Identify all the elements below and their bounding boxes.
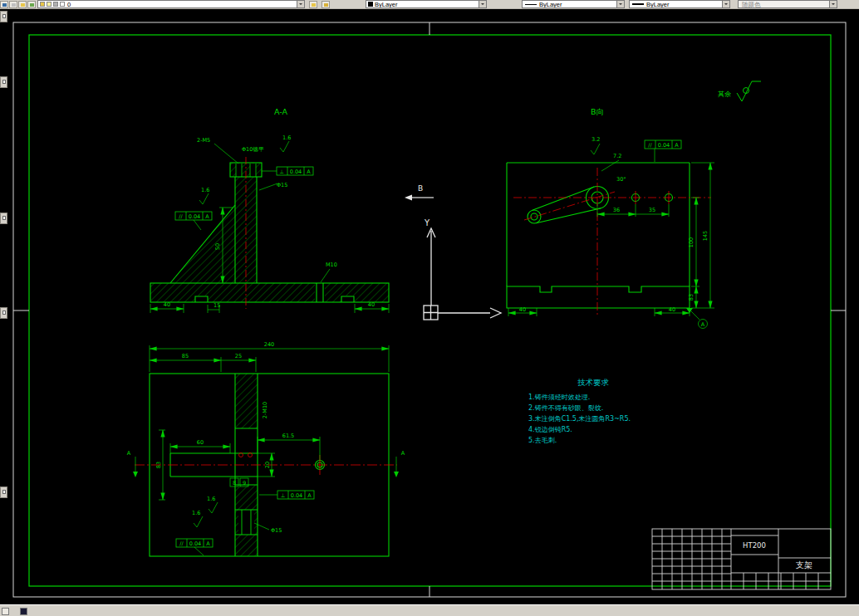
tolerance-value: 0.04 — [291, 492, 302, 499]
b-centerlines — [513, 168, 711, 315]
chevron-down-icon[interactable] — [829, 1, 837, 7]
lineweight-value: ByLayer — [646, 1, 670, 8]
tech-item-4: 4.锐边倒钝R5. — [528, 426, 572, 433]
layer-freeze-icon — [47, 2, 52, 7]
view-b-arrow — [405, 195, 434, 201]
label-m10: M10 — [326, 262, 337, 268]
label-counterbore: Φ10锪平 — [242, 146, 264, 153]
tolerance-value: 0.04 — [658, 142, 670, 149]
dim-85: 85 — [182, 353, 189, 359]
ucs-icon — [424, 228, 501, 320]
aa-geometry — [150, 163, 389, 302]
linetype-dropdown[interactable]: ByLayer — [522, 0, 625, 8]
linetype-sample — [525, 4, 537, 5]
dim-20: 20 — [264, 462, 271, 468]
tolerance-symbol: ⊥ — [281, 492, 286, 499]
layer-lock-icon — [53, 2, 58, 7]
label-2m10: 2-M10 — [262, 402, 268, 418]
docked-toolbar-fragment[interactable] — [0, 76, 7, 88]
datum-a-label: A — [701, 321, 705, 328]
color-dropdown[interactable]: ByLayer — [366, 0, 487, 8]
top-toolbar: 0 ByLayer ByLayer ByLayer 随颜色 — [0, 0, 859, 9]
dim-61-5: 61.5 — [282, 433, 294, 439]
plan-view: ⊥ 0.04 A // 0.04 A 240 85 25 60 61.5 20 … — [127, 341, 405, 556]
section-arrow-label-right: A — [401, 450, 405, 457]
tolerance-datum: A — [205, 213, 209, 220]
boxed-dim-9: 9 — [243, 480, 246, 486]
tolerance-datum: A — [206, 540, 210, 547]
section-view-aa: ⊥ 0.04 A // 0.04 A A-A 40 40 15 50 2-M5 … — [150, 107, 389, 313]
layer-color-chip — [60, 2, 65, 7]
lineweight-dropdown[interactable]: ByLayer — [629, 0, 730, 8]
dim-83: 83 — [155, 462, 162, 468]
drawing-svg: ⊥ 0.04 A // 0.04 A A-A 40 40 15 50 2-M5 … — [0, 9, 859, 604]
label-phi15: Φ15 — [277, 182, 287, 188]
toolbar-icon-layer-previous[interactable] — [322, 1, 330, 8]
tolerance-datum: A — [307, 492, 312, 499]
surface-finish-value: 1.6 — [282, 134, 291, 141]
tech-item-2: 2.铸件不得有砂眼、裂纹. — [528, 404, 603, 412]
dim-40-right: 40 — [368, 301, 375, 308]
tech-item-5: 5.去毛刺. — [528, 437, 557, 444]
chevron-down-icon[interactable] — [297, 1, 304, 7]
layer-dropdown[interactable]: 0 — [37, 0, 305, 8]
toolbar-icon-layer-states[interactable] — [18, 1, 27, 8]
dim-83: 83 — [688, 294, 695, 301]
plan-dimensions — [133, 345, 399, 555]
view-arrow-b-label: B — [418, 184, 423, 193]
drawing-canvas[interactable]: ⊥ 0.04 A // 0.04 A A-A 40 40 15 50 2-M5 … — [0, 9, 859, 604]
chevron-down-icon[interactable] — [616, 1, 624, 7]
dim-50: 50 — [214, 243, 221, 250]
dim-36: 36 — [613, 207, 620, 213]
section-arrow-label-left: A — [127, 450, 131, 457]
toolbar-icon-layer-tools[interactable] — [27, 1, 36, 8]
dim-40-left: 40 — [519, 306, 526, 313]
tolerance-datum: A — [307, 169, 311, 175]
view-label-b: B向 — [591, 107, 604, 116]
finish-note-label: 其余 — [718, 90, 731, 98]
tolerance-symbol: ⊥ — [279, 169, 284, 175]
view-b: // 0.04 A B向 7.2 3.2 30° 36 35 100 83 14… — [507, 107, 714, 329]
color-swatch — [368, 2, 373, 7]
b-geometry — [507, 163, 690, 308]
statusbar-icon-dark[interactable] — [20, 608, 27, 615]
title-block — [652, 529, 831, 589]
tolerance-symbol: // — [179, 540, 184, 547]
dim-35: 35 — [649, 207, 655, 213]
dim-15: 15 — [214, 302, 220, 309]
dim-145: 145 — [702, 231, 709, 241]
docked-toolbar-fragment[interactable] — [0, 11, 7, 22]
tech-title: 技术要求 — [577, 378, 610, 387]
plot-style-dropdown[interactable]: 随颜色 — [738, 0, 837, 8]
toolbar-icon-layers[interactable] — [0, 1, 8, 8]
statusbar-icon[interactable] — [2, 608, 9, 615]
tolerance-value: 0.04 — [290, 169, 302, 175]
dim-7-2: 7.2 — [613, 153, 621, 159]
part-name-label: 支架 — [796, 560, 812, 570]
surface-finish-symbol-icon — [737, 81, 761, 101]
surface-finish-value: 1.6 — [207, 496, 215, 502]
tech-item-3: 3.未注倒角C1.5,未注圆角R3~R5. — [528, 415, 631, 423]
surface-finish-note: 其余 — [718, 81, 761, 101]
dim-30deg: 30° — [616, 176, 626, 183]
dim-40-right: 40 — [669, 306, 675, 313]
layer-on-icon — [40, 2, 45, 7]
toolbar-icon-make-layer-current[interactable] — [309, 1, 317, 8]
tolerance-symbol: // — [648, 142, 652, 149]
chevron-down-icon[interactable] — [479, 1, 486, 7]
docked-toolbar-fragment[interactable] — [0, 307, 7, 319]
docked-toolbar-fragment[interactable] — [0, 486, 7, 498]
chevron-down-icon[interactable] — [722, 1, 729, 7]
dim-40-left: 40 — [164, 301, 170, 308]
boxed-dim-8: 8 — [233, 480, 236, 486]
ucs-y-label: Y — [424, 218, 430, 227]
tolerance-value: 0.04 — [189, 213, 200, 220]
toolbar-icon-layer-properties[interactable] — [9, 1, 17, 8]
dim-100: 100 — [688, 237, 695, 247]
status-bar — [0, 604, 859, 616]
surface-finish-value: 1.6 — [201, 187, 209, 193]
dim-25: 25 — [235, 353, 242, 359]
layer-value: 0 — [67, 1, 71, 8]
docked-toolbar-fragment[interactable] — [0, 213, 7, 224]
surface-finish-value: 3.2 — [591, 136, 600, 143]
